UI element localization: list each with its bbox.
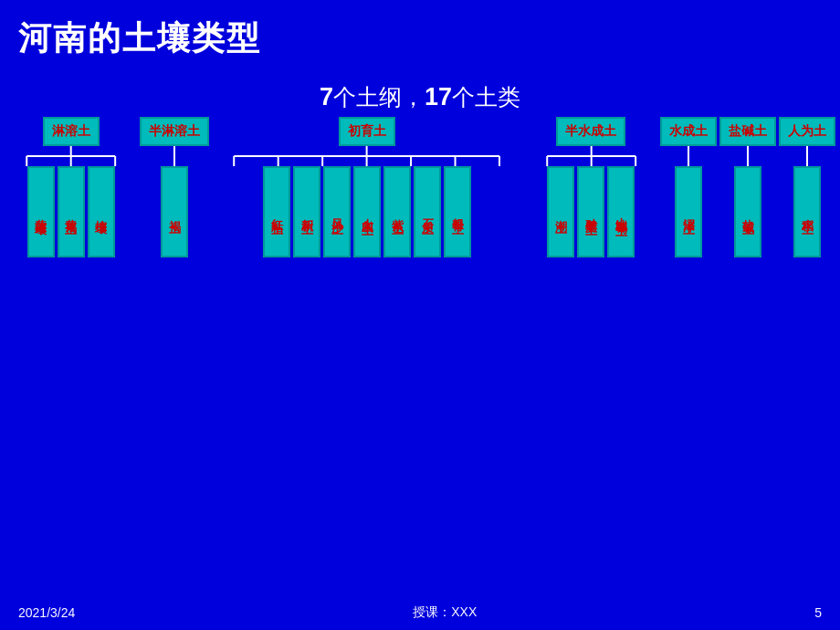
gang-unit-gang3: 初育土红粘土新积土风沙土火山灰土紫色土石质土粗骨土 xyxy=(212,117,521,257)
gang-unit-gang7: 人为土水稻土 xyxy=(779,117,835,257)
gang-label-gang2: 半淋溶土 xyxy=(140,117,209,146)
soil-diagram: 淋溶土黄棕壤黄褐土棕壤半淋溶土褐土初育土红粘土新积土风沙土火山灰土紫色土石质土粗… xyxy=(5,117,835,584)
main-title: 河南的土壤类型 xyxy=(18,16,261,61)
lei-item-gang5-0: 沼泽土 xyxy=(675,166,702,257)
lei-item-gang1-2: 棕壤 xyxy=(88,166,115,257)
gang-label-gang4: 半水成土 xyxy=(556,117,625,146)
lei-item-gang3-6: 粗骨土 xyxy=(444,166,471,257)
gang-label-gang1: 淋溶土 xyxy=(43,117,100,146)
bracket-svg-gang1 xyxy=(5,146,137,166)
gang-unit-gang5: 水成土沼泽土 xyxy=(660,117,717,257)
gang-label-gang3: 初育土 xyxy=(339,117,395,146)
lei-item-gang4-1: 砂姜黑土 xyxy=(577,166,604,257)
bracket-svg-gang4 xyxy=(525,146,657,166)
page: 5 xyxy=(814,605,822,620)
lei-row-gang6: 盐碱土 xyxy=(719,166,776,257)
lei-row-gang2: 褐土 xyxy=(140,166,209,257)
num2: 17 xyxy=(425,83,452,110)
gang-unit-gang1: 淋溶土黄棕壤黄褐土棕壤 xyxy=(5,117,137,257)
gang-unit-gang2: 半淋溶土褐土 xyxy=(140,117,209,257)
lei-item-gang3-0: 红粘土 xyxy=(263,166,290,257)
date: 2021/3/24 xyxy=(18,605,75,620)
lei-item-gang2-0: 褐土 xyxy=(161,166,188,257)
lei-item-gang6-0: 盐碱土 xyxy=(734,166,761,257)
lei-item-gang3-3: 火山灰土 xyxy=(353,166,381,257)
lei-row-gang4: 潮土砂姜黑土山地草甸土 xyxy=(525,166,657,257)
gang-unit-gang6: 盐碱土盐碱土 xyxy=(719,117,776,257)
gang-label-gang5: 水成土 xyxy=(660,117,717,146)
bracket-svg-gang6 xyxy=(719,146,776,166)
lei-item-gang4-2: 山地草甸土 xyxy=(607,166,635,257)
subtitle: 7个土纲，17个土类 xyxy=(0,82,840,112)
lei-row-gang7: 水稻土 xyxy=(779,166,835,257)
lei-item-gang3-4: 紫色土 xyxy=(383,166,411,257)
lei-item-gang1-0: 黄棕壤 xyxy=(27,166,55,257)
lei-item-gang3-1: 新积土 xyxy=(293,166,320,257)
text2: 个土类 xyxy=(452,84,520,110)
lei-item-gang7-0: 水稻土 xyxy=(793,166,821,257)
gang-unit-gang4: 半水成土潮土砂姜黑土山地草甸土 xyxy=(525,117,657,257)
num1: 7 xyxy=(320,83,333,110)
lei-item-gang3-2: 风沙土 xyxy=(323,166,351,257)
lei-row-gang5: 沼泽土 xyxy=(660,166,717,257)
lei-row-gang3: 红粘土新积土风沙土火山灰土紫色土石质土粗骨土 xyxy=(212,166,521,257)
bracket-svg-gang7 xyxy=(779,146,835,166)
bracket-svg-gang5 xyxy=(660,146,717,166)
bracket-svg-gang3 xyxy=(212,146,521,166)
gang-label-gang7: 人为土 xyxy=(779,117,835,146)
footer: 2021/3/24 授课：XXX 5 xyxy=(0,604,840,621)
slide: 河南的土壤类型 7个土纲，17个土类 淋溶土黄棕壤黄褐土棕壤半淋溶土褐土初育土红… xyxy=(0,0,840,630)
lei-item-gang4-0: 潮土 xyxy=(547,166,574,257)
lei-item-gang3-5: 石质土 xyxy=(414,166,441,257)
text1: 个土纲， xyxy=(333,84,425,110)
lei-item-gang1-1: 黄褐土 xyxy=(58,166,85,257)
instructor: 授课：XXX xyxy=(413,604,477,621)
gangs-row: 淋溶土黄棕壤黄褐土棕壤半淋溶土褐土初育土红粘土新积土风沙土火山灰土紫色土石质土粗… xyxy=(5,117,835,584)
gang-label-gang6: 盐碱土 xyxy=(719,117,776,146)
bracket-svg-gang2 xyxy=(140,146,209,166)
lei-row-gang1: 黄棕壤黄褐土棕壤 xyxy=(5,166,137,257)
